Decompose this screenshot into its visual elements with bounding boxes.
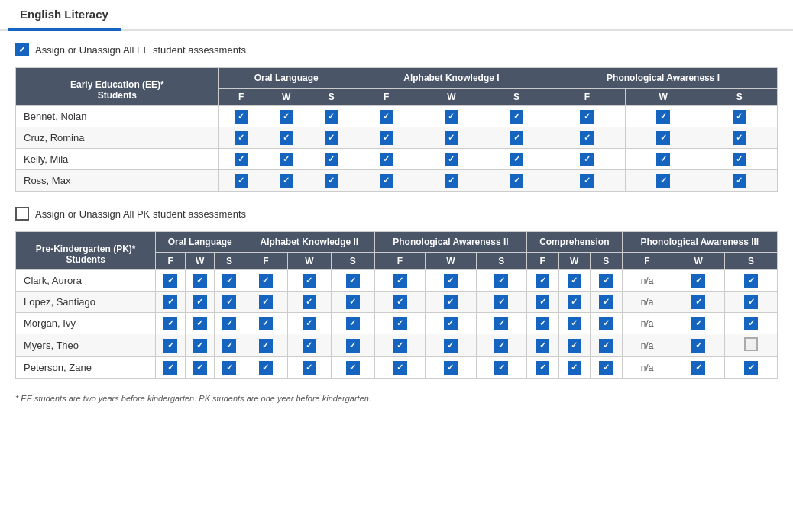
check-icon[interactable] — [380, 153, 393, 166]
check-icon[interactable] — [691, 339, 705, 353]
check-icon[interactable] — [744, 295, 758, 309]
check-icon[interactable] — [494, 339, 508, 353]
check-icon[interactable] — [280, 153, 293, 166]
check-icon[interactable] — [163, 317, 177, 330]
check-icon[interactable] — [580, 110, 594, 124]
check-icon[interactable] — [393, 317, 407, 330]
check-icon[interactable] — [259, 317, 273, 330]
check-icon[interactable] — [346, 317, 360, 330]
check-icon[interactable] — [380, 174, 393, 188]
hover-check-icon[interactable] — [744, 337, 758, 351]
check-icon[interactable] — [235, 153, 248, 166]
check-icon[interactable] — [259, 295, 273, 309]
check-icon[interactable] — [393, 295, 407, 309]
check-icon[interactable] — [163, 339, 177, 353]
check-icon[interactable] — [656, 110, 670, 124]
check-icon[interactable] — [303, 361, 316, 375]
check-icon[interactable] — [346, 339, 360, 353]
check-icon[interactable] — [599, 361, 613, 375]
pk-assign-checkbox[interactable] — [15, 207, 29, 221]
check-icon[interactable] — [568, 361, 581, 375]
check-icon[interactable] — [656, 131, 670, 145]
check-icon[interactable] — [235, 174, 248, 188]
check-icon[interactable] — [568, 295, 581, 309]
check-icon[interactable] — [510, 174, 523, 188]
check-icon[interactable] — [656, 153, 670, 166]
check-icon[interactable] — [163, 274, 177, 288]
check-icon[interactable] — [599, 339, 613, 353]
check-icon[interactable] — [163, 361, 177, 375]
check-icon[interactable] — [303, 339, 316, 353]
ee-assign-checkbox[interactable] — [15, 43, 29, 56]
check-icon[interactable] — [494, 317, 508, 330]
check-icon[interactable] — [580, 174, 594, 188]
check-icon[interactable] — [691, 274, 705, 288]
check-icon[interactable] — [536, 361, 549, 375]
check-icon[interactable] — [222, 339, 236, 353]
check-icon[interactable] — [691, 361, 705, 375]
check-icon[interactable] — [303, 295, 316, 309]
check-icon[interactable] — [259, 339, 273, 353]
check-icon[interactable] — [691, 317, 705, 330]
check-icon[interactable] — [346, 274, 360, 288]
check-icon[interactable] — [733, 153, 746, 166]
check-icon[interactable] — [744, 317, 758, 330]
check-icon[interactable] — [346, 295, 360, 309]
check-icon[interactable] — [536, 317, 549, 330]
check-icon[interactable] — [445, 153, 458, 166]
check-icon[interactable] — [222, 274, 236, 288]
check-icon[interactable] — [580, 131, 594, 145]
check-icon[interactable] — [494, 361, 508, 375]
check-icon[interactable] — [733, 174, 746, 188]
check-icon[interactable] — [346, 361, 360, 375]
check-icon[interactable] — [222, 317, 236, 330]
check-icon[interactable] — [163, 295, 177, 309]
check-icon[interactable] — [445, 174, 458, 188]
check-icon[interactable] — [193, 339, 207, 353]
check-icon[interactable] — [510, 110, 523, 124]
check-icon[interactable] — [444, 361, 458, 375]
check-icon[interactable] — [380, 110, 393, 124]
check-icon[interactable] — [656, 174, 670, 188]
check-icon[interactable] — [568, 274, 581, 288]
check-icon[interactable] — [235, 110, 248, 124]
check-icon[interactable] — [222, 295, 236, 309]
check-icon[interactable] — [193, 274, 207, 288]
check-icon[interactable] — [222, 361, 236, 375]
check-icon[interactable] — [536, 274, 549, 288]
check-icon[interactable] — [393, 339, 407, 353]
check-icon[interactable] — [325, 110, 338, 124]
check-icon[interactable] — [691, 295, 705, 309]
check-icon[interactable] — [193, 317, 207, 330]
check-icon[interactable] — [280, 131, 293, 145]
check-icon[interactable] — [259, 361, 273, 375]
check-icon[interactable] — [510, 131, 523, 145]
check-icon[interactable] — [303, 317, 316, 330]
check-icon[interactable] — [445, 110, 458, 124]
check-icon[interactable] — [744, 274, 758, 288]
check-icon[interactable] — [193, 361, 207, 375]
check-icon[interactable] — [733, 110, 746, 124]
check-icon[interactable] — [444, 317, 458, 330]
check-icon[interactable] — [536, 295, 549, 309]
check-icon[interactable] — [599, 317, 613, 330]
check-icon[interactable] — [393, 361, 407, 375]
check-icon[interactable] — [259, 274, 273, 288]
check-icon[interactable] — [393, 274, 407, 288]
check-icon[interactable] — [280, 110, 293, 124]
check-icon[interactable] — [444, 339, 458, 353]
check-icon[interactable] — [445, 131, 458, 145]
check-icon[interactable] — [494, 295, 508, 309]
check-icon[interactable] — [536, 339, 549, 353]
check-icon[interactable] — [599, 274, 613, 288]
check-icon[interactable] — [568, 339, 581, 353]
check-icon[interactable] — [380, 131, 393, 145]
check-icon[interactable] — [568, 317, 581, 330]
check-icon[interactable] — [444, 295, 458, 309]
check-icon[interactable] — [580, 153, 594, 166]
check-icon[interactable] — [599, 295, 613, 309]
check-icon[interactable] — [744, 361, 758, 375]
english-literacy-tab[interactable]: English Literacy — [8, 0, 121, 31]
check-icon[interactable] — [193, 295, 207, 309]
check-icon[interactable] — [325, 131, 338, 145]
